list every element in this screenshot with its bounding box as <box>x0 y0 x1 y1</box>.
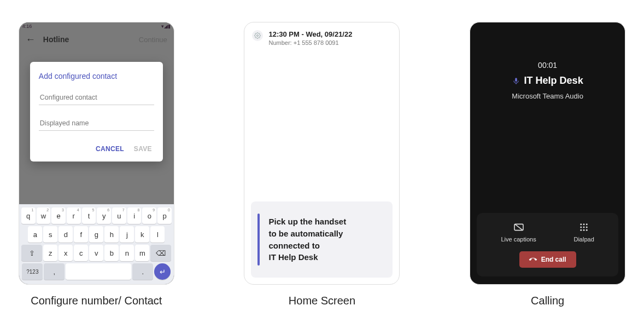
key-backspace[interactable]: ⌫ <box>150 245 171 261</box>
soft-keyboard[interactable]: q1 w2 e3 r4 t5 y6 u7 i8 o9 p0 a s d f g <box>19 204 174 284</box>
cancel-button[interactable]: CANCEL <box>96 145 124 153</box>
kbd-row-4: ?123 , . ↵ <box>21 263 172 280</box>
key-c[interactable]: c <box>74 245 88 261</box>
status-bar: 4:16 ▾◢▮ <box>19 22 174 30</box>
key-u[interactable]: u7 <box>112 208 126 224</box>
displayed-name-input[interactable]: Displayed name <box>39 116 154 131</box>
key-space[interactable] <box>66 263 131 280</box>
key-w[interactable]: w2 <box>37 208 51 224</box>
key-period[interactable]: . <box>132 263 153 280</box>
caption-calling: Calling <box>531 295 564 307</box>
key-a[interactable]: a <box>28 226 42 243</box>
key-comma[interactable]: , <box>44 263 65 280</box>
captions-icon <box>513 222 524 233</box>
home-header: 12:30 PM - Wed, 09/21/22 Number: +1 555 … <box>244 22 399 51</box>
key-p[interactable]: p0 <box>157 208 172 224</box>
svg-point-11 <box>583 229 585 231</box>
key-d[interactable]: d <box>58 226 73 243</box>
call-title: IT Help Desk <box>524 75 583 87</box>
save-button[interactable]: SAVE <box>134 145 152 153</box>
key-l[interactable]: l <box>150 226 165 243</box>
key-s[interactable]: s <box>43 226 57 243</box>
mic-icon <box>512 77 520 85</box>
svg-point-4 <box>580 223 582 225</box>
live-captions-button[interactable]: Live captions <box>501 222 536 243</box>
end-call-button[interactable]: End call <box>519 251 576 268</box>
app-header: ← Hotline Continue <box>19 30 174 49</box>
key-x[interactable]: x <box>58 245 73 261</box>
svg-point-8 <box>583 227 585 228</box>
key-k[interactable]: k <box>135 226 149 243</box>
call-timer: 00:01 <box>538 61 557 70</box>
key-t[interactable]: t5 <box>82 208 96 224</box>
kbd-row-3: ⇧ z x c v b n m ⌫ <box>21 245 172 261</box>
key-h[interactable]: h <box>104 226 119 243</box>
header-title: Hotline <box>43 35 69 44</box>
svg-point-9 <box>586 227 588 228</box>
key-numswitch[interactable]: ?123 <box>22 263 43 280</box>
caption-configure: Configure number/ Contact <box>31 295 162 307</box>
key-e[interactable]: e3 <box>51 208 66 224</box>
key-q[interactable]: q1 <box>21 208 36 224</box>
svg-point-12 <box>586 229 588 231</box>
dialpad-button[interactable]: Dialpad <box>573 222 594 243</box>
key-o[interactable]: o9 <box>142 208 156 224</box>
svg-line-3 <box>514 224 522 230</box>
screen-calling: 00:01 IT Help Desk Microsoft Teams Audio… <box>470 22 625 285</box>
screen-home: 12:30 PM - Wed, 09/21/22 Number: +1 555 … <box>244 22 400 285</box>
gear-icon[interactable] <box>252 30 263 41</box>
dialpad-label: Dialpad <box>573 236 594 243</box>
back-icon[interactable]: ← <box>26 34 36 45</box>
dialog-title: Add configured contact <box>39 72 154 80</box>
call-audio-label: Microsoft Teams Audio <box>512 92 583 100</box>
configured-contact-input[interactable]: Configured contact <box>39 90 154 105</box>
home-datetime: 12:30 PM - Wed, 09/21/22 <box>268 30 352 38</box>
svg-point-6 <box>586 223 588 225</box>
key-g[interactable]: g <box>89 226 103 243</box>
key-z[interactable]: z <box>43 245 57 261</box>
status-icons: ▾◢▮ <box>161 24 171 29</box>
end-call-label: End call <box>541 256 566 263</box>
dialpad-icon <box>578 222 589 233</box>
key-enter[interactable]: ↵ <box>154 263 171 280</box>
key-f[interactable]: f <box>74 226 88 243</box>
key-i[interactable]: i8 <box>127 208 142 224</box>
key-r[interactable]: r4 <box>67 208 81 224</box>
key-v[interactable]: v <box>89 245 103 261</box>
key-shift[interactable]: ⇧ <box>21 245 42 261</box>
home-number: Number: +1 555 878 0091 <box>268 39 352 46</box>
key-m[interactable]: m <box>135 245 149 261</box>
status-time: 4:16 <box>22 24 32 29</box>
kbd-row-2: a s d f g h j k l <box>21 226 172 243</box>
continue-button[interactable]: Continue <box>139 36 167 44</box>
caption-home: Home Screen <box>289 295 355 307</box>
svg-point-7 <box>580 227 582 228</box>
home-instruction-card: Pick up the handset to be automatically … <box>251 201 393 278</box>
call-info: 00:01 IT Help Desk Microsoft Teams Audio <box>470 22 625 213</box>
kbd-row-1: q1 w2 e3 r4 t5 y6 u7 i8 o9 p0 <box>21 208 172 224</box>
key-j[interactable]: j <box>120 226 134 243</box>
key-y[interactable]: y6 <box>97 208 111 224</box>
svg-point-10 <box>580 229 582 231</box>
svg-point-5 <box>583 223 585 225</box>
add-contact-dialog: Add configured contact Configured contac… <box>30 62 163 162</box>
call-controls-panel: Live captions Dialpad End call <box>477 213 618 276</box>
home-instruction-text: Pick up the handset to be automatically … <box>268 216 383 263</box>
screen-configure: 4:16 ▾◢▮ ← Hotline Continue Add configur… <box>19 22 174 285</box>
live-captions-label: Live captions <box>501 236 536 243</box>
key-n[interactable]: n <box>120 245 134 261</box>
svg-point-0 <box>257 35 259 37</box>
key-b[interactable]: b <box>104 245 119 261</box>
phone-hangup-icon <box>528 254 538 265</box>
